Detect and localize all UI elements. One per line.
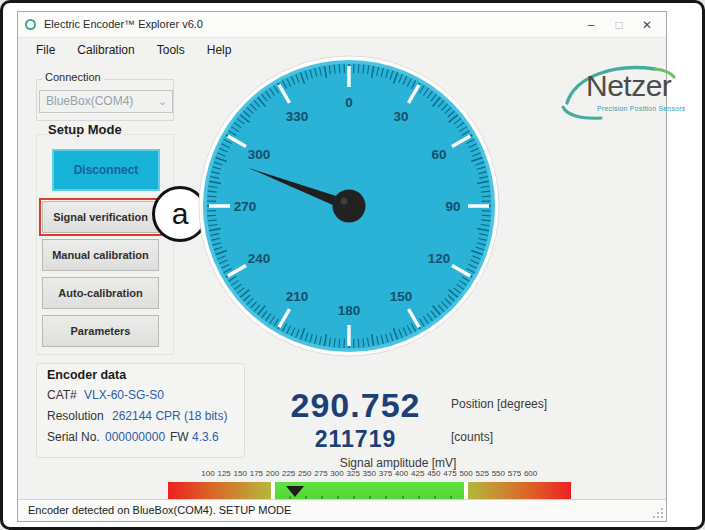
chevron-down-icon: ⌄ xyxy=(158,91,167,112)
manual-calibration-button[interactable]: Manual calibration xyxy=(42,239,159,271)
encoder-data-panel: Encoder data CAT# VLX-60-SG-S0 Resolutio… xyxy=(36,363,245,458)
amplitude-scale-label: 425 xyxy=(411,469,424,478)
amplitude-scale-label: 125 xyxy=(217,469,230,478)
status-bar: Encoder detected on BlueBox(COM4). SETUP… xyxy=(18,499,666,521)
serial-label: Serial No. xyxy=(47,430,100,444)
auto-calibration-button[interactable]: Auto-calibration xyxy=(42,277,159,309)
gauge-tick-label: 210 xyxy=(286,289,309,304)
menu-calibration[interactable]: Calibration xyxy=(69,43,142,57)
gauge-tick-label: 60 xyxy=(432,147,447,162)
title-bar: Electric Encoder™ Explorer v6.0 – □ ✕ xyxy=(18,12,666,38)
amplitude-scale-label: 450 xyxy=(427,469,440,478)
amplitude-scale-label: 150 xyxy=(234,469,247,478)
amplitude-scale-label: 375 xyxy=(379,469,392,478)
gauge-tick-label: 120 xyxy=(428,251,451,266)
amplitude-scale-label: 100 xyxy=(201,469,214,478)
amplitude-scale: 1001251501752002252502753003253503754004… xyxy=(168,469,571,479)
amplitude-scale-label: 575 xyxy=(508,469,521,478)
amplitude-scale-label: 550 xyxy=(492,469,505,478)
netzer-logo: Netzer Precision Position Sensors xyxy=(553,59,698,125)
resize-grip-icon[interactable] xyxy=(653,508,663,518)
app-icon xyxy=(25,19,36,30)
amplitude-scale-label: 200 xyxy=(266,469,279,478)
amplitude-scale-label: 250 xyxy=(298,469,311,478)
resolution-label: Resolution xyxy=(47,409,104,423)
gauge-tick-label: 270 xyxy=(234,199,257,214)
gauge-tick-label: 150 xyxy=(390,289,413,304)
gauge-tick-label: 240 xyxy=(248,251,271,266)
amplitude-scale-label: 500 xyxy=(459,469,472,478)
window-title: Electric Encoder™ Explorer v6.0 xyxy=(44,18,203,30)
menu-tools[interactable]: Tools xyxy=(149,43,193,57)
minimize-button[interactable]: – xyxy=(576,12,606,38)
connection-dropdown[interactable]: BlueBox(COM4) ⌄ xyxy=(39,90,173,113)
amplitude-scale-label: 275 xyxy=(314,469,327,478)
position-degrees-label: Position [degrees] xyxy=(451,397,547,411)
cat-label: CAT# xyxy=(47,388,77,402)
amplitude-scale-label: 325 xyxy=(346,469,359,478)
gauge-tick-label: 300 xyxy=(248,147,271,162)
gauge-tick-label: 90 xyxy=(445,199,460,214)
status-text: Encoder detected on BlueBox(COM4). SETUP… xyxy=(28,504,291,516)
amplitude-scale-label: 475 xyxy=(443,469,456,478)
screenshot-frame: Electric Encoder™ Explorer v6.0 – □ ✕ Fi… xyxy=(0,0,705,530)
cat-value: VLX-60-SG-S0 xyxy=(84,388,164,402)
serial-value: 000000000 xyxy=(105,430,165,444)
resolution-value: 262144 CPR (18 bits) xyxy=(112,409,227,423)
logo-wordmark: Netzer xyxy=(586,69,671,103)
amplitude-scale-label: 525 xyxy=(476,469,489,478)
amplitude-scale-label: 300 xyxy=(330,469,343,478)
gauge-tick-label: 180 xyxy=(338,303,361,318)
menu-file[interactable]: File xyxy=(28,43,63,57)
amplitude-scale-label: 175 xyxy=(250,469,263,478)
encoder-data-heading: Encoder data xyxy=(47,368,126,382)
amplitude-scale-label: 350 xyxy=(363,469,376,478)
position-counts-label: [counts] xyxy=(451,430,493,444)
amplitude-marker-icon xyxy=(286,486,304,497)
signal-verification-button[interactable]: Signal verification xyxy=(42,201,159,233)
connection-selected: BlueBox(COM4) xyxy=(46,94,133,108)
connection-label: Connection xyxy=(42,71,104,83)
gauge-tick-label: 330 xyxy=(286,109,309,124)
fw-label: FW xyxy=(170,430,189,444)
close-button[interactable]: ✕ xyxy=(632,12,662,38)
fw-value: 4.3.6 xyxy=(192,430,219,444)
maximize-button[interactable]: □ xyxy=(604,12,634,38)
logo-tagline: Precision Position Sensors xyxy=(597,105,685,112)
amplitude-scale-label: 225 xyxy=(282,469,295,478)
amplitude-scale-label: 400 xyxy=(395,469,408,478)
position-gauge: 0306090120150180210240270300330 xyxy=(197,55,503,359)
signal-amplitude-title: Signal amplitude [mV] xyxy=(268,456,528,470)
disconnect-button[interactable]: Disconnect xyxy=(52,149,160,191)
position-counts-value: 211719 xyxy=(258,426,453,453)
gauge-tick-label: 30 xyxy=(393,109,408,124)
parameters-button[interactable]: Parameters xyxy=(42,315,159,347)
position-degrees-value: 290.752 xyxy=(258,386,453,425)
gauge-tick-label: 0 xyxy=(345,95,353,110)
amplitude-scale-label: 600 xyxy=(524,469,537,478)
